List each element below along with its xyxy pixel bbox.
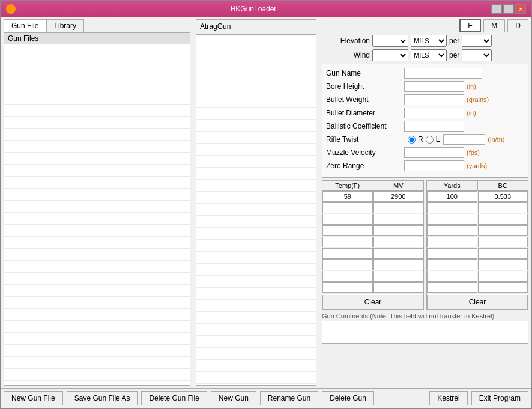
- tab-gun-file[interactable]: Gun File: [4, 19, 46, 32]
- temp-input[interactable]: [322, 259, 373, 270]
- new-gun-file-button[interactable]: New Gun File: [4, 391, 63, 405]
- rename-gun-button[interactable]: Rename Gun: [260, 391, 318, 405]
- bore-height-unit: (in): [467, 83, 476, 90]
- mv-input[interactable]: [373, 271, 424, 282]
- mv-input[interactable]: [373, 214, 424, 225]
- emd-d-button[interactable]: D: [507, 19, 528, 32]
- wind-value-select[interactable]: [372, 49, 408, 61]
- emd-e-button[interactable]: E: [459, 19, 481, 32]
- gun-files-list[interactable]: [4, 44, 190, 383]
- bore-height-row: Bore Height (in): [326, 81, 524, 92]
- yards-cell: [427, 225, 478, 236]
- bc-input[interactable]: [478, 225, 528, 236]
- temp-input[interactable]: [322, 225, 373, 236]
- elevation-value-select[interactable]: [372, 35, 408, 47]
- bc-input[interactable]: [478, 191, 528, 202]
- yards-cell: [427, 248, 478, 259]
- yards-input[interactable]: [427, 259, 477, 270]
- rifle-twist-l-label: L: [436, 135, 440, 144]
- yards-input[interactable]: [427, 248, 477, 259]
- temp-input[interactable]: [322, 214, 373, 225]
- temp-input[interactable]: [322, 271, 373, 282]
- bore-height-input[interactable]: [404, 81, 464, 92]
- yards-input[interactable]: [427, 191, 477, 202]
- kestrel-button[interactable]: Kestrel: [429, 391, 467, 405]
- emd-m-button[interactable]: M: [483, 19, 505, 32]
- bc-table-row: [427, 271, 528, 282]
- exit-program-button[interactable]: Exit Program: [471, 391, 528, 405]
- elevation-unit-select[interactable]: MILS MOA: [411, 35, 447, 47]
- mv-input[interactable]: [373, 237, 424, 247]
- temp-input[interactable]: [322, 191, 373, 202]
- bc-input[interactable]: [478, 248, 528, 259]
- wind-unit-select[interactable]: MILS MOA: [411, 49, 447, 61]
- elevation-per-select[interactable]: [462, 35, 492, 47]
- middle-panel: AtragGun: [193, 17, 319, 388]
- muzzle-velocity-input[interactable]: [404, 147, 464, 158]
- ballistic-coeff-input[interactable]: [404, 121, 464, 132]
- temp-cell: [322, 225, 373, 236]
- bullet-diameter-label: Bullet Diameter: [326, 109, 404, 117]
- bc-input[interactable]: [478, 271, 528, 282]
- bullet-diameter-unit: (in): [467, 109, 476, 117]
- mv-input[interactable]: [373, 225, 424, 236]
- bc-input[interactable]: [478, 237, 528, 247]
- mv-input[interactable]: [373, 248, 424, 259]
- temp-input[interactable]: [322, 237, 373, 247]
- yards-input[interactable]: [427, 282, 477, 293]
- delete-gun-button[interactable]: Delete Gun: [322, 391, 374, 405]
- bc-cell: [478, 282, 528, 293]
- yards-input[interactable]: [427, 271, 477, 282]
- comments-label: Gun Comments (Note: This field will not …: [322, 312, 528, 320]
- temp-input[interactable]: [322, 202, 373, 213]
- bc-clear-button[interactable]: Clear: [427, 295, 528, 309]
- bullet-diameter-input[interactable]: [404, 108, 464, 118]
- bc-input[interactable]: [478, 214, 528, 225]
- close-button[interactable]: ✕: [515, 4, 526, 14]
- rifle-twist-r-radio[interactable]: [408, 136, 416, 144]
- new-gun-button[interactable]: New Gun: [211, 391, 256, 405]
- bc-input[interactable]: [478, 259, 528, 270]
- elevation-per-label: per: [449, 37, 459, 45]
- temp-cell: [322, 237, 373, 247]
- main-window: HKGunLoader — □ ✕ Gun File Library Gun F…: [0, 0, 532, 409]
- save-gun-file-as-button[interactable]: Save Gun File As: [67, 391, 138, 405]
- rifle-twist-input[interactable]: [443, 134, 485, 145]
- zero-range-input[interactable]: [404, 160, 464, 171]
- comments-textarea[interactable]: [322, 321, 528, 344]
- gun-name-label: Gun Name: [326, 69, 404, 77]
- bc-input[interactable]: [478, 282, 528, 293]
- rifle-twist-row: Rifle Twist R L (in/tn): [326, 134, 524, 145]
- mv-input[interactable]: [373, 202, 424, 213]
- minimize-button[interactable]: —: [491, 4, 502, 14]
- gun-name-input[interactable]: [404, 68, 482, 79]
- yards-input[interactable]: [427, 225, 477, 236]
- yards-input[interactable]: [427, 202, 477, 213]
- zero-range-row: Zero Range (yards): [326, 160, 524, 171]
- bc-cell: [478, 259, 528, 270]
- mv-input[interactable]: [373, 259, 424, 270]
- bc-input[interactable]: [478, 202, 528, 213]
- maximize-button[interactable]: □: [503, 4, 514, 14]
- window-title: HKGunLoader: [16, 5, 491, 13]
- tab-library[interactable]: Library: [46, 19, 84, 32]
- temp-clear-button[interactable]: Clear: [322, 295, 423, 309]
- rifle-twist-l-radio[interactable]: [426, 136, 434, 144]
- atrag-gun-list[interactable]: [196, 35, 316, 386]
- wind-per-select[interactable]: [462, 49, 492, 61]
- yards-input[interactable]: [427, 214, 477, 225]
- temp-table-row: [322, 248, 423, 259]
- temp-input[interactable]: [322, 282, 373, 293]
- mv-input[interactable]: [373, 282, 424, 293]
- temp-input[interactable]: [322, 248, 373, 259]
- yards-cell: [427, 202, 478, 213]
- bc-table-row: [427, 237, 528, 248]
- comments-section: Gun Comments (Note: This field will not …: [322, 312, 528, 345]
- bullet-weight-row: Bullet Weight (grains): [326, 94, 524, 105]
- mv-input[interactable]: [373, 191, 424, 202]
- delete-gun-file-button[interactable]: Delete Gun File: [141, 391, 207, 405]
- yards-input[interactable]: [427, 237, 477, 247]
- bullet-weight-input[interactable]: [404, 94, 464, 105]
- temp-col-header: Temp(F): [322, 181, 373, 190]
- yards-cell: [427, 259, 478, 270]
